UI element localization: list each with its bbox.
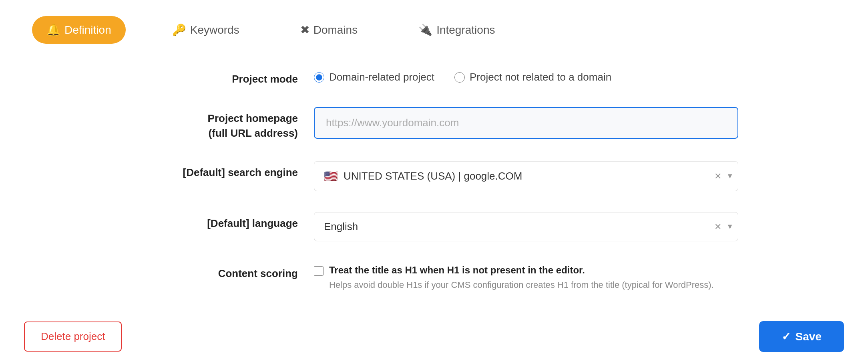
language-select-wrapper: English ✕ ▼ <box>314 212 738 241</box>
radio-domain-related-input[interactable] <box>314 72 324 83</box>
tab-definition-label: Definition <box>64 24 111 36</box>
tab-navigation: 🔔 Definition 🔑 Keywords ✖ Domains 🔌 Inte… <box>24 16 844 44</box>
keywords-icon: 🔑 <box>172 23 186 36</box>
tab-integrations-label: Integrations <box>436 24 495 36</box>
tab-definition[interactable]: 🔔 Definition <box>32 16 126 44</box>
tab-integrations[interactable]: 🔌 Integrations <box>404 16 509 44</box>
search-engine-select[interactable]: 🇺🇸 UNITED STATES (USA) | google.COM <box>314 161 738 191</box>
save-button[interactable]: ✓ Save <box>759 321 844 352</box>
search-engine-row: [Default] search engine 🇺🇸 UNITED STATES… <box>130 161 738 191</box>
search-engine-label: [Default] search engine <box>130 161 298 180</box>
language-actions: ✕ ▼ <box>713 220 733 234</box>
definition-icon: 🔔 <box>46 23 60 36</box>
project-homepage-label: Project homepage (full URL address) <box>130 107 298 140</box>
search-engine-dropdown-arrow[interactable]: ▼ <box>726 172 733 180</box>
project-homepage-row: Project homepage (full URL address) <box>130 107 738 140</box>
content-scoring-label-group: Treat the title as H1 when H1 is not pre… <box>329 265 714 291</box>
content-scoring-control: Treat the title as H1 when H1 is not pre… <box>314 262 738 291</box>
language-select[interactable]: English <box>314 212 738 241</box>
project-homepage-input[interactable] <box>314 107 738 139</box>
content-scoring-checkbox[interactable] <box>314 266 323 276</box>
language-value: English <box>324 220 358 233</box>
radio-not-domain-label: Project not related to a domain <box>470 71 611 83</box>
content-scoring-main-label: Treat the title as H1 when H1 is not pre… <box>329 265 714 276</box>
content-scoring-row: Content scoring Treat the title as H1 wh… <box>130 262 738 291</box>
tab-keywords[interactable]: 🔑 Keywords <box>158 16 254 44</box>
project-mode-label: Project mode <box>130 68 298 86</box>
search-engine-select-wrapper: 🇺🇸 UNITED STATES (USA) | google.COM ✕ ▼ <box>314 161 738 191</box>
project-mode-control: Domain-related project Project not relat… <box>314 68 738 83</box>
integrations-icon: 🔌 <box>418 23 432 36</box>
form-area: Project mode Domain-related project Proj… <box>114 68 754 291</box>
language-label: [Default] language <box>130 212 298 231</box>
search-engine-control: 🇺🇸 UNITED STATES (USA) | google.COM ✕ ▼ <box>314 161 738 191</box>
project-mode-radio-group: Domain-related project Project not relat… <box>314 68 738 83</box>
language-clear-button[interactable]: ✕ <box>713 220 723 234</box>
radio-domain-related[interactable]: Domain-related project <box>314 71 434 83</box>
radio-not-domain[interactable]: Project not related to a domain <box>454 71 611 83</box>
language-control: English ✕ ▼ <box>314 212 738 241</box>
project-homepage-control <box>314 107 738 139</box>
domains-icon: ✖ <box>300 23 309 36</box>
tab-domains[interactable]: ✖ Domains <box>286 16 372 44</box>
project-mode-row: Project mode Domain-related project Proj… <box>130 68 738 86</box>
radio-not-domain-input[interactable] <box>454 72 465 83</box>
save-label: Save <box>796 330 822 343</box>
language-dropdown-arrow[interactable]: ▼ <box>726 222 733 231</box>
content-scoring-label: Content scoring <box>130 262 298 281</box>
search-engine-value: UNITED STATES (USA) | google.COM <box>344 170 522 182</box>
delete-project-button[interactable]: Delete project <box>24 322 122 352</box>
content-scoring-description: Helps avoid double H1s if your CMS confi… <box>329 279 714 291</box>
search-engine-actions: ✕ ▼ <box>713 170 733 183</box>
content-scoring-checkbox-row: Treat the title as H1 when H1 is not pre… <box>314 262 738 291</box>
footer-buttons: Delete project ✓ Save <box>0 309 868 364</box>
us-flag-icon: 🇺🇸 <box>324 170 338 183</box>
save-checkmark-icon: ✓ <box>782 330 791 343</box>
page-container: 🔔 Definition 🔑 Keywords ✖ Domains 🔌 Inte… <box>0 0 868 364</box>
tab-keywords-label: Keywords <box>190 24 239 36</box>
tab-domains-label: Domains <box>313 24 358 36</box>
radio-domain-related-label: Domain-related project <box>329 71 434 83</box>
search-engine-clear-button[interactable]: ✕ <box>713 170 723 183</box>
language-row: [Default] language English ✕ ▼ <box>130 212 738 241</box>
